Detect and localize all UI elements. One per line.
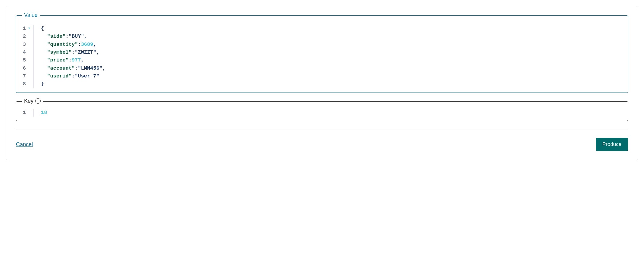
line-number: 1 [23,25,26,33]
json-value: 3689 [81,42,93,47]
key-value: 18 [41,110,47,115]
line-number: 6 [23,65,26,72]
json-value: ZWZZT [78,49,93,55]
brace-open: { [41,26,44,31]
fold-arrow-icon[interactable]: ▼ [27,26,30,31]
value-fieldset: Value 1▼ 2 3 4 5 6 7 8 { "side":"BUY", "… [16,15,628,93]
json-key: userid [50,73,69,79]
json-key: side [50,33,63,39]
json-value: User_7 [78,73,96,79]
value-label: Value [22,12,40,18]
footer-actions: Cancel Produce [16,130,628,151]
value-gutter: 1▼ 2 3 4 5 6 7 8 [21,25,33,88]
line-number: 5 [23,56,26,64]
line-number: 1 [23,109,26,117]
brace-close: } [41,81,44,87]
line-number: 8 [23,80,26,88]
key-editor[interactable]: 1 18 [16,102,628,121]
info-icon[interactable]: i [35,98,41,104]
key-label: Key i [22,98,43,104]
line-number: 3 [23,41,26,49]
line-number: 7 [23,72,26,80]
key-label-text: Key [24,98,33,104]
key-fieldset: Key i 1 18 [16,101,628,121]
value-editor[interactable]: 1▼ 2 3 4 5 6 7 8 { "side":"BUY", "quanti… [16,16,628,93]
gutter-divider [33,109,34,117]
key-code-content[interactable]: 18 [41,109,625,117]
key-gutter: 1 [21,109,33,117]
value-label-text: Value [24,12,38,18]
json-key: quantity [50,42,75,47]
line-number: 4 [23,49,26,56]
cancel-link[interactable]: Cancel [16,141,33,148]
produce-message-panel: Value 1▼ 2 3 4 5 6 7 8 { "side":"BUY", "… [6,6,638,160]
gutter-divider [33,25,34,88]
produce-button[interactable]: Produce [596,138,628,151]
json-value: BUY [72,33,81,39]
json-value: 977 [72,57,81,63]
value-code-content[interactable]: { "side":"BUY", "quantity":3689, "symbol… [41,25,625,88]
json-key: price [50,57,66,63]
json-value: LMN456 [81,65,99,71]
json-key: account [50,65,72,71]
line-number: 2 [23,33,26,40]
json-key: symbol [50,49,69,55]
